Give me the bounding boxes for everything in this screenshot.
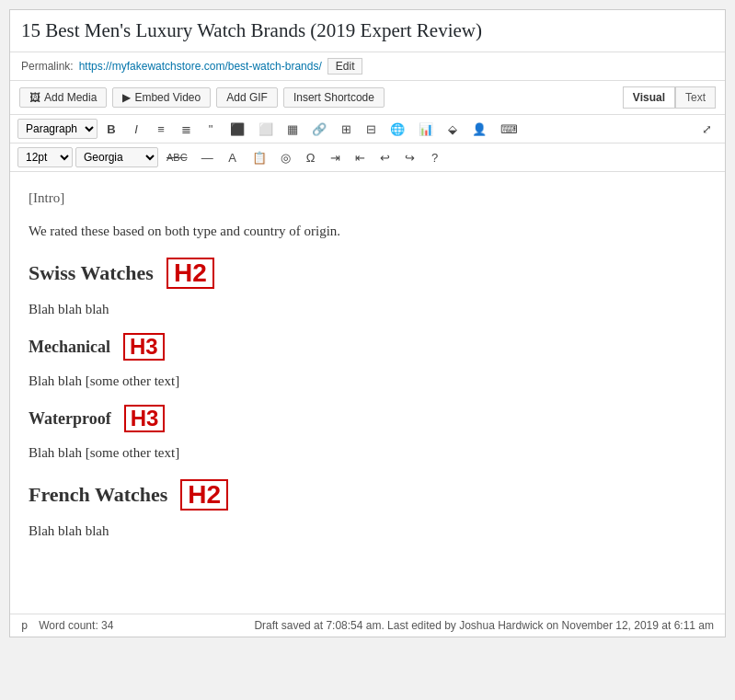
mechanical-text-para: Blah blah [some other text]	[29, 370, 706, 392]
swiss-watches-heading: Swiss Watches H2	[29, 257, 706, 289]
columns-button[interactable]: ⊟	[360, 120, 382, 139]
blockquote-button[interactable]: "	[200, 120, 222, 139]
editor-content[interactable]: [Intro] We rated these based on both typ…	[10, 172, 725, 614]
insert-shortcode-button[interactable]: Insert Shortcode	[283, 87, 385, 108]
unordered-list-button[interactable]: ≡	[150, 120, 172, 139]
paste-button[interactable]: 📋	[247, 148, 272, 167]
block-button[interactable]: ⬙	[442, 120, 464, 139]
special-icon-1[interactable]: 🌐	[385, 120, 410, 139]
mechanical-heading: Mechanical H3	[29, 333, 706, 361]
embed-video-button[interactable]: ▶ Embed Video	[112, 87, 211, 108]
permalink-label: Permalink:	[21, 60, 74, 73]
h3-badge-waterproof: H3	[124, 405, 166, 432]
paragraph-select[interactable]: Paragraph	[17, 119, 98, 139]
omega-button[interactable]: Ω	[300, 148, 322, 167]
permalink-edit-button[interactable]: Edit	[327, 58, 363, 75]
undo-button[interactable]: ↩	[374, 148, 396, 167]
post-title-input[interactable]	[21, 19, 714, 42]
fullscreen-button[interactable]: ⤢	[695, 120, 718, 139]
path-indicator: p	[21, 619, 28, 632]
text-tab[interactable]: Text	[675, 86, 716, 109]
font-size-select[interactable]: 12pt	[17, 147, 73, 167]
h3-badge-mechanical: H3	[123, 333, 165, 361]
subtitle-paragraph: We rated these based on both type and co…	[29, 220, 706, 242]
help-button[interactable]: ?	[424, 148, 446, 167]
chart-button[interactable]: 📊	[413, 120, 439, 139]
font-color-button[interactable]: A	[222, 148, 244, 167]
strikethrough-button[interactable]: ABC	[161, 149, 193, 166]
toolbar-row-1: Paragraph B I ≡ ≣ " ⬛ ⬜ ▦ 🔗 ⊞ ⊟ 🌐 📊 ⬙ 👤 …	[10, 115, 725, 143]
add-media-icon: 🖼	[29, 91, 40, 104]
align-left-button[interactable]: ⬛	[224, 120, 250, 139]
clear-format-button[interactable]: ◎	[275, 148, 297, 167]
draft-info: Draft saved at 7:08:54 am. Last edited b…	[254, 619, 714, 632]
french-watches-text-para: Blah blah blah	[29, 520, 706, 542]
title-bar	[10, 10, 725, 52]
ordered-list-button[interactable]: ≣	[175, 120, 197, 139]
french-watches-heading: French Watches H2	[29, 478, 706, 511]
add-gif-button[interactable]: Add GIF	[216, 87, 278, 108]
align-center-button[interactable]: ⬜	[253, 120, 279, 139]
word-count: Word count: 34	[39, 619, 113, 632]
permalink-bar: Permalink: https://myfakewatchstore.com/…	[10, 52, 725, 81]
font-family-select[interactable]: Georgia	[75, 147, 158, 167]
media-bar: 🖼 Add Media ▶ Embed Video Add GIF Insert…	[10, 81, 725, 115]
intro-paragraph: [Intro]	[29, 187, 706, 209]
mechanical-text: Mechanical	[29, 334, 110, 361]
bold-button[interactable]: B	[100, 120, 122, 139]
french-watches-text: French Watches	[29, 478, 167, 511]
outdent-button[interactable]: ⇤	[350, 148, 372, 167]
h2-badge-swiss: H2	[167, 258, 214, 289]
editor-wrapper: Permalink: https://myfakewatchstore.com/…	[9, 9, 726, 637]
italic-button[interactable]: I	[125, 120, 147, 139]
status-bar: p Word count: 34 Draft saved at 7:08:54 …	[10, 614, 725, 637]
permalink-url[interactable]: https://myfakewatchstore.com/best-watch-…	[79, 60, 322, 73]
keyboard-button[interactable]: ⌨	[495, 120, 523, 139]
align-right-button[interactable]: ▦	[281, 120, 304, 139]
swiss-watches-text: Swiss Watches	[29, 257, 154, 289]
embed-video-icon: ▶	[122, 91, 131, 104]
waterproof-heading: Waterproof H3	[29, 405, 706, 432]
link-button[interactable]: 🔗	[306, 120, 332, 139]
swiss-watches-text-para: Blah blah blah	[29, 298, 706, 320]
toolbar-row-2: 12pt Georgia ABC — A 📋 ◎ Ω ⇥ ⇤ ↩ ↪ ?	[10, 143, 725, 172]
waterproof-text-para: Blah blah [some other text]	[29, 442, 706, 464]
waterproof-text: Waterproof	[29, 406, 111, 432]
user-button[interactable]: 👤	[466, 120, 492, 139]
table-button[interactable]: ⊞	[335, 120, 357, 139]
view-toggle: Visual Text	[623, 86, 716, 109]
horizontal-rule-button[interactable]: —	[196, 148, 219, 167]
visual-tab[interactable]: Visual	[623, 86, 675, 109]
add-media-button[interactable]: 🖼 Add Media	[19, 87, 107, 108]
indent-button[interactable]: ⇥	[325, 148, 347, 167]
redo-button[interactable]: ↪	[399, 148, 421, 167]
h2-badge-french: H2	[180, 479, 228, 511]
